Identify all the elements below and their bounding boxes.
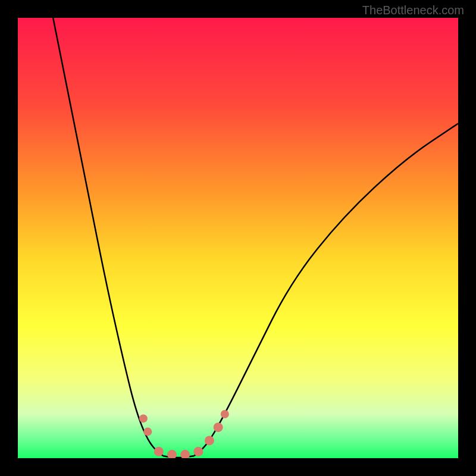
bottleneck-marker: [193, 447, 203, 456]
bottleneck-marker: [205, 436, 214, 445]
chart-frame: [18, 18, 458, 458]
bottleneck-marker: [221, 410, 229, 418]
watermark-text: TheBottleneck.com: [362, 4, 464, 17]
bottleneck-marker: [214, 422, 223, 432]
bottleneck-marker: [180, 450, 190, 458]
bottleneck-marker: [143, 428, 152, 436]
bottleneck-marker: [139, 414, 148, 422]
bottleneck-marker: [154, 447, 164, 456]
chart-markers-layer: [18, 18, 458, 458]
bottleneck-marker: [167, 450, 177, 458]
